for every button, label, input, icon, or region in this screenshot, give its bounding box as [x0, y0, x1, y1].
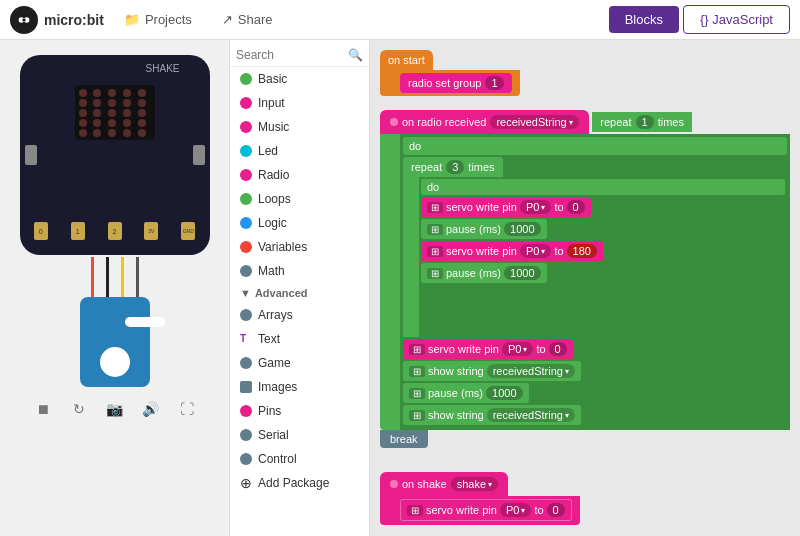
grid-icon-2: ⊞ — [427, 224, 443, 235]
toolbox-music[interactable]: Music — [230, 115, 369, 139]
music-dot — [240, 121, 252, 133]
servo-write-after-block[interactable]: ⊞ servo write pin P0▾ to 0 — [403, 339, 573, 359]
button-a[interactable] — [25, 145, 37, 165]
refresh-button[interactable]: ↻ — [65, 395, 93, 423]
servo-write-180-block[interactable]: ⊞ servo write pin P0▾ to 180 — [421, 241, 603, 261]
toolbox-arrays[interactable]: Arrays — [230, 303, 369, 327]
led-1-1 — [79, 89, 87, 97]
math-dot — [240, 265, 252, 277]
show-string-block-1[interactable]: ⊞ show string receivedString▾ — [403, 361, 581, 381]
repeat-3-inner: do ⊞ servo write pin P0▾ to 0 — [419, 177, 787, 337]
received-string-dropdown[interactable]: receivedString ▾ — [490, 115, 578, 129]
toolbox-math[interactable]: Math — [230, 259, 369, 283]
input-dot — [240, 97, 252, 109]
pause-1000-block-3[interactable]: ⊞ pause (ms) 1000 — [403, 383, 529, 403]
servo-val-180: 180 — [567, 244, 597, 258]
pause-1000-block-2[interactable]: ⊞ pause (ms) 1000 — [421, 263, 547, 283]
on-radio-received-block[interactable]: on radio received receivedString ▾ — [380, 110, 589, 134]
logic-dot — [240, 217, 252, 229]
servo-write-0-block[interactable]: ⊞ servo write pin P0▾ to 0 — [421, 197, 591, 217]
toolbox-led[interactable]: Led — [230, 139, 369, 163]
code-workspace[interactable]: on start radio set group 1 on radio rece… — [370, 40, 800, 536]
servo-write-shake-block[interactable]: ⊞ servo write pin P0▾ to 0 — [400, 499, 572, 521]
loops-dot — [240, 193, 252, 205]
repeat-3-block[interactable]: repeat 3 times — [403, 157, 503, 177]
text-icon: T — [240, 333, 252, 345]
servo-write-after-label: servo write pin — [428, 343, 499, 355]
grid-icon-9: ⊞ — [407, 505, 423, 516]
led-5-2 — [93, 129, 101, 137]
toolbox-panel: 🔍 Basic Input Music Led Radio Loops Lo — [230, 40, 370, 536]
radio-indicator — [390, 118, 398, 126]
led-3-1 — [79, 109, 87, 117]
radio-set-group-block[interactable]: radio set group 1 — [400, 73, 512, 93]
search-input[interactable] — [236, 48, 348, 62]
toolbox-add-package[interactable]: ⊕ Add Package — [230, 471, 369, 495]
projects-button[interactable]: 📁 Projects — [114, 8, 202, 31]
shake-dropdown[interactable]: shake▾ — [451, 477, 498, 491]
led-2-3 — [108, 99, 116, 107]
pause-label-3: pause (ms) — [428, 387, 483, 399]
toolbox-input[interactable]: Input — [230, 91, 369, 115]
pin-p0-dropdown-2[interactable]: P0▾ — [520, 244, 551, 258]
toolbox-advanced[interactable]: ▼ Advanced — [230, 283, 369, 303]
repeat-1-inner: do repeat 3 times — [400, 134, 790, 430]
repeat-1-body: do repeat 3 times — [380, 134, 790, 430]
pause-val-1: 1000 — [504, 222, 540, 236]
arrays-dot — [240, 309, 252, 321]
variables-label: Variables — [258, 240, 307, 254]
received-string-dropdown-1[interactable]: receivedString▾ — [487, 364, 575, 378]
repeat-label: repeat — [600, 116, 631, 128]
led-5-5 — [138, 129, 146, 137]
game-dot — [240, 357, 252, 369]
sound-button[interactable]: 🔊 — [137, 395, 165, 423]
received-string-dropdown-2[interactable]: receivedString▾ — [487, 408, 575, 422]
on-shake-block[interactable]: on shake shake▾ — [380, 472, 508, 496]
input-label: Input — [258, 96, 285, 110]
toolbox-logic[interactable]: Logic — [230, 211, 369, 235]
variables-dot — [240, 241, 252, 253]
toolbox-basic[interactable]: Basic — [230, 67, 369, 91]
toolbox-control[interactable]: Control — [230, 447, 369, 471]
led-label: Led — [258, 144, 278, 158]
servo-circle — [100, 347, 130, 377]
loops-label: Loops — [258, 192, 291, 206]
simulator-panel: SHAKE 0 1 2 3V GND — [0, 40, 230, 536]
pause-val-2: 1000 — [504, 266, 540, 280]
toolbox-images[interactable]: Images — [230, 375, 369, 399]
led-4-5 — [138, 119, 146, 127]
received-string-value: receivedString — [496, 116, 566, 128]
toolbox-text[interactable]: T Text — [230, 327, 369, 351]
pause-1000-block-1[interactable]: ⊞ pause (ms) 1000 — [421, 219, 547, 239]
header: micro:bit 📁 Projects ↗ Share Blocks {} J… — [0, 0, 800, 40]
radio-label: Radio — [258, 168, 289, 182]
show-string-block-2[interactable]: ⊞ show string receivedString▾ — [403, 405, 581, 425]
stop-button[interactable]: ⏹ — [29, 395, 57, 423]
arrays-label: Arrays — [258, 308, 293, 322]
on-start-block[interactable]: on start — [380, 50, 433, 70]
toolbox-pins[interactable]: Pins — [230, 399, 369, 423]
search-icon: 🔍 — [348, 48, 363, 62]
toolbox-game[interactable]: Game — [230, 351, 369, 375]
to-label-4: to — [534, 504, 543, 516]
pin-p0-dropdown-4[interactable]: P0▾ — [500, 503, 531, 517]
grid-icon-7: ⊞ — [409, 388, 425, 399]
button-b[interactable] — [193, 145, 205, 165]
javascript-tab[interactable]: {} JavaScript — [683, 5, 790, 34]
break-block[interactable]: break — [380, 430, 428, 448]
chevron-icon: ▼ — [240, 287, 251, 299]
toolbox-radio[interactable]: Radio — [230, 163, 369, 187]
screenshot-button[interactable]: 📷 — [101, 395, 129, 423]
pin-3v: 3V — [144, 222, 158, 240]
pin-p0-dropdown-1[interactable]: P0▾ — [520, 200, 551, 214]
repeat-1-block[interactable]: repeat 1 times — [592, 112, 692, 132]
repeat-3-indent — [403, 177, 419, 337]
pin-p0-dropdown-3[interactable]: P0▾ — [502, 342, 533, 356]
led-4-4 — [123, 119, 131, 127]
fullscreen-button[interactable]: ⛶ — [173, 395, 201, 423]
toolbox-variables[interactable]: Variables — [230, 235, 369, 259]
toolbox-loops[interactable]: Loops — [230, 187, 369, 211]
toolbox-serial[interactable]: Serial — [230, 423, 369, 447]
share-button[interactable]: ↗ Share — [212, 8, 283, 31]
blocks-tab[interactable]: Blocks — [609, 6, 679, 33]
